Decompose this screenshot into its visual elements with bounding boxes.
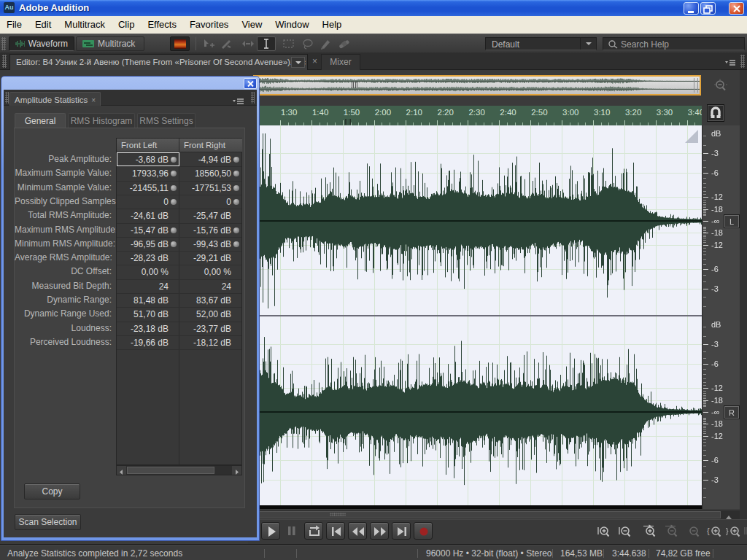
overview-scroll-handle[interactable] <box>694 78 698 93</box>
spot-healing-tool-icon[interactable] <box>337 37 352 50</box>
locate-pin-button[interactable] <box>171 171 177 176</box>
zoom-to-selection-button[interactable] <box>743 524 747 539</box>
minimize-button[interactable] <box>684 2 699 15</box>
db-scale-ruler[interactable]: L R dB-3-3-6-6-12-12-18-18-∞dB-3-3-6-6-1… <box>702 125 740 509</box>
stat-cell[interactable]: -17751,53 <box>179 181 241 195</box>
scroll-left-arrow[interactable] <box>117 466 126 475</box>
editor-tab-dropdown[interactable] <box>291 57 305 68</box>
copy-button[interactable]: Copy <box>24 483 80 499</box>
scroll-thumb[interactable] <box>127 467 214 474</box>
stat-cell[interactable]: 0,00 % <box>117 265 179 279</box>
tab-grip[interactable] <box>2 55 7 68</box>
menu-window[interactable]: Window <box>268 16 315 34</box>
stats-panel-tab[interactable]: Amplitude Statistics× <box>9 92 101 106</box>
record-button[interactable] <box>414 522 433 540</box>
stat-cell[interactable]: 51,70 dB <box>117 307 179 321</box>
stats-tab-rms-settings[interactable]: RMS Settings <box>137 113 196 128</box>
zoom-out-time-button[interactable] <box>662 524 680 539</box>
marquee-tool-icon[interactable] <box>282 37 296 50</box>
restore-button[interactable] <box>700 2 716 15</box>
stat-cell[interactable]: 0 <box>117 195 179 209</box>
locate-pin-button[interactable] <box>233 199 239 205</box>
menu-clip[interactable]: Clip <box>112 16 141 34</box>
locate-pin-button[interactable] <box>233 171 239 176</box>
stat-cell[interactable]: 81,48 dB <box>117 293 179 307</box>
fast-forward-button[interactable] <box>370 522 389 540</box>
rewind-button[interactable] <box>348 522 367 540</box>
menu-favorites[interactable]: Favorites <box>183 16 235 34</box>
slip-tool-icon[interactable] <box>241 37 255 50</box>
workspace-dropdown[interactable]: Default <box>485 37 597 50</box>
channel-divider[interactable] <box>253 315 702 316</box>
razor-tool-icon[interactable] <box>219 37 233 50</box>
spectral-display-button[interactable] <box>170 36 190 51</box>
stat-cell[interactable]: 24 <box>179 279 241 293</box>
stats-grip-right[interactable] <box>251 92 255 104</box>
stat-cell[interactable]: -29,21 dB <box>179 251 241 265</box>
skip-to-end-button[interactable] <box>392 522 411 540</box>
locate-pin-button[interactable] <box>171 228 177 233</box>
column-header[interactable]: Front Left <box>117 139 179 152</box>
stat-cell[interactable]: 0,00 % <box>179 265 241 279</box>
locate-pin-button[interactable] <box>233 157 239 163</box>
left-channel-button[interactable]: L <box>724 215 739 228</box>
stat-cell[interactable]: -21455,11 <box>117 181 179 195</box>
waveform-mode-button[interactable]: Waveform <box>9 36 74 51</box>
stat-cell[interactable]: 83,67 dB <box>179 293 241 307</box>
locate-pin-button[interactable] <box>233 228 239 233</box>
tab-grip-right[interactable] <box>740 55 745 68</box>
menu-file[interactable]: File <box>0 16 28 34</box>
stats-table-scrollbar[interactable] <box>116 465 242 475</box>
zoom-in-amplitude-button[interactable] <box>595 524 612 539</box>
stat-cell[interactable]: 52,00 dB <box>179 307 241 321</box>
stat-cell[interactable]: -23,77 dB <box>179 322 241 335</box>
locate-pin-button[interactable] <box>233 185 239 191</box>
multitrack-mode-button[interactable]: Multitrack <box>76 36 144 51</box>
search-help-input[interactable]: Search Help <box>603 37 745 50</box>
loop-playback-button[interactable] <box>304 522 323 540</box>
zoom-in-time-button[interactable] <box>640 524 658 539</box>
stat-cell[interactable]: -28,23 dB <box>117 251 179 265</box>
menu-help[interactable]: Help <box>316 16 349 34</box>
locate-pin-button[interactable] <box>171 241 177 247</box>
locate-pin-button[interactable] <box>233 241 239 247</box>
stat-cell[interactable]: -15,47 dB <box>117 223 179 237</box>
column-header[interactable]: Front Right <box>179 139 242 152</box>
stat-cell[interactable]: -15,76 dB <box>179 223 241 237</box>
stat-cell[interactable]: -4,94 dB <box>179 152 241 166</box>
stat-cell[interactable]: 24 <box>117 279 179 293</box>
zoom-out-full-button[interactable] <box>684 524 702 539</box>
stats-grip-left[interactable] <box>5 92 9 104</box>
move-tool-icon[interactable] <box>201 37 216 50</box>
zoom-out-amplitude-button[interactable] <box>616 524 633 539</box>
stat-cell[interactable]: -25,47 dB <box>179 209 241 222</box>
menu-edit[interactable]: Edit <box>28 16 58 34</box>
zoom-out-full-icon[interactable] <box>711 77 730 98</box>
menu-multitrack[interactable]: Multitrack <box>58 16 112 34</box>
workspace-dropdown-arrow[interactable] <box>580 38 596 50</box>
scroll-right-arrow[interactable] <box>232 466 241 475</box>
toolbar-grip[interactable] <box>1 37 6 50</box>
waveform-display[interactable] <box>253 125 702 509</box>
horizontal-scrollbar[interactable] <box>253 510 740 519</box>
panel-corner-widget[interactable] <box>685 130 698 143</box>
brush-tool-icon[interactable] <box>319 37 333 50</box>
stat-cell[interactable]: -99,43 dB <box>179 237 241 251</box>
stat-cell[interactable]: 0 <box>179 195 241 209</box>
zoom-to-out-point-button[interactable]: } <box>725 524 743 539</box>
locate-pin-button[interactable] <box>171 185 177 191</box>
pause-button[interactable] <box>282 522 301 540</box>
stat-cell[interactable]: 18560,50 <box>179 166 241 180</box>
hscroll-thumb[interactable] <box>254 511 721 518</box>
scan-selection-button[interactable]: Scan Selection <box>15 514 81 530</box>
skip-to-start-button[interactable] <box>326 522 345 540</box>
menu-effects[interactable]: Effects <box>141 16 183 34</box>
stats-close-button[interactable] <box>244 78 257 89</box>
stat-cell[interactable]: 17933,96 <box>117 166 179 180</box>
snap-magnet-button[interactable] <box>707 104 724 122</box>
zoom-to-in-point-button[interactable]: { <box>706 524 724 539</box>
stats-tab-close-icon[interactable]: × <box>91 96 96 104</box>
timeline-ruler[interactable]: 01:301:401:502:002:102:202:302:402:503:0… <box>253 106 702 125</box>
menu-view[interactable]: View <box>235 16 268 34</box>
overview-strip[interactable] <box>253 75 701 96</box>
